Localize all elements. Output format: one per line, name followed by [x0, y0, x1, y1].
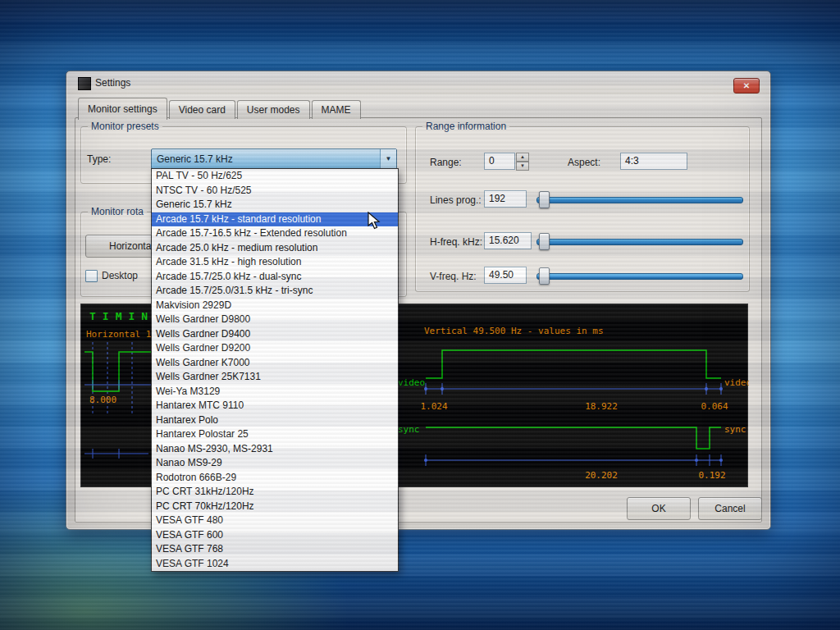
v-freq-label: V-freq. Hz: [430, 271, 477, 282]
range-spinner-down[interactable]: ▼ [516, 162, 529, 171]
close-button[interactable]: ✕ [733, 78, 760, 94]
monitor-presets-group-label: Monitor presets [88, 121, 162, 132]
aspect-input[interactable]: 4:3 [620, 153, 687, 170]
dropdown-option[interactable]: PAL TV - 50 Hz/625 [152, 169, 398, 184]
close-icon: ✕ [743, 82, 750, 90]
ok-button[interactable]: OK [627, 497, 691, 520]
type-label: Type: [87, 153, 111, 165]
h-freq-slider-track [536, 239, 743, 245]
dropdown-option[interactable]: Arcade 15.7 kHz - standard resolution [152, 212, 398, 227]
dropdown-option[interactable]: VESA GTF 480 [152, 514, 398, 528]
dropdown-option[interactable]: Wells Gardner 25K7131 [152, 370, 398, 385]
video-interval-1: 1.024 [420, 401, 447, 412]
dropdown-option[interactable]: VESA GTF 1024 [152, 557, 398, 572]
dropdown-option[interactable]: Arcade 15.7/25.0 kHz - dual-sync [152, 270, 398, 285]
dropdown-option[interactable]: Wells Gardner K7000 [152, 356, 398, 371]
tab-video-card[interactable]: Video card [169, 100, 235, 119]
dropdown-option[interactable]: Hantarex Polostar 25 [152, 427, 398, 442]
range-spinner-up[interactable]: ▲ [516, 153, 529, 162]
dropdown-option[interactable]: Arcade 15.7-16.5 kHz - Extended resoluti… [152, 226, 398, 241]
desktop: Settings ✕ Monitor settingsVideo cardUse… [0, 0, 840, 630]
v-freq-input[interactable]: 49.50 [484, 267, 527, 284]
range-spinner: ▲ ▼ [516, 153, 529, 170]
titlebar[interactable]: Settings ✕ [67, 72, 769, 94]
tab-monitor-settings[interactable]: Monitor settings [78, 98, 167, 120]
dropdown-option[interactable]: Nanao MS-2930, MS-2931 [152, 442, 398, 457]
dropdown-option[interactable]: Makvision 2929D [152, 299, 398, 313]
mouse-cursor-icon [368, 212, 386, 231]
video-interval-3: 0.064 [701, 401, 728, 412]
dropdown-option[interactable]: Hantarex MTC 9110 [152, 399, 398, 413]
range-information-group-label: Range information [422, 121, 509, 132]
dropdown-option[interactable]: Wells Gardner D9800 [152, 313, 398, 327]
dropdown-option[interactable]: Wells Gardner D9200 [152, 341, 398, 356]
video-label-right: video [724, 377, 749, 388]
dropdown-option[interactable]: VESA GTF 600 [152, 528, 398, 543]
video-interval-2: 18.922 [585, 401, 618, 412]
range-input[interactable]: 0 [484, 153, 515, 170]
v-freq-slider-track [536, 273, 743, 280]
dropdown-option[interactable]: Wei-Ya M3129 [152, 385, 398, 399]
h-freq-slider[interactable] [536, 233, 743, 249]
horizontal-timing-value: 8.000 [89, 395, 116, 405]
dropdown-option[interactable]: Generic 15.7 kHz [152, 198, 398, 212]
vertical-timing-title: Vertical 49.500 Hz - values in ms [424, 326, 604, 336]
chevron-down-icon: ▼ [386, 155, 392, 162]
dropdown-option[interactable]: VESA GTF 768 [152, 542, 398, 557]
dropdown-option[interactable]: Arcade 31.5 kHz - high resolution [152, 255, 398, 270]
lines-prog-slider-thumb[interactable] [539, 191, 550, 208]
dropdown-option[interactable]: Wells Gardner D9400 [152, 327, 398, 342]
type-combobox-value: Generic 15.7 kHz [152, 153, 380, 165]
window-title: Settings [95, 77, 130, 89]
monitor-rotation-group-label: Monitor rota [88, 206, 147, 217]
lines-prog-label: Lines prog.: [430, 194, 482, 206]
h-freq-slider-thumb[interactable] [539, 233, 550, 250]
dropdown-option[interactable]: Hantarex Polo [152, 413, 398, 428]
h-freq-label: H-freq. kHz: [430, 236, 482, 248]
sync-label-right: sync [724, 424, 746, 435]
cancel-button[interactable]: Cancel [698, 497, 762, 520]
lines-prog-slider-track [536, 197, 743, 203]
h-freq-input[interactable]: 15.620 [484, 232, 532, 249]
sync-label-left: sync [398, 424, 420, 435]
sync-interval-2: 0.192 [698, 470, 725, 481]
sync-interval-1: 20.202 [585, 470, 618, 481]
tab-strip: Monitor settingsVideo cardUser modesMAME [78, 98, 363, 119]
tab-user-modes[interactable]: User modes [237, 100, 310, 119]
vertical-timing-waveform: video video 1.024 18.922 0.064 sync sync… [396, 340, 749, 482]
desktop-checkbox[interactable] [85, 270, 98, 282]
dropdown-option[interactable]: Rodotron 666B-29 [152, 471, 398, 486]
v-freq-slider[interactable] [536, 267, 743, 283]
app-icon [78, 77, 91, 90]
type-dropdown-list: PAL TV - 50 Hz/625NTSC TV - 60 Hz/525Gen… [151, 168, 399, 572]
dropdown-option[interactable]: Arcade 25.0 kHz - medium resolution [152, 241, 398, 256]
dropdown-option[interactable]: PC CRT 31kHz/120Hz [152, 485, 398, 500]
dropdown-option[interactable]: Nanao MS9-29 [152, 456, 398, 471]
dropdown-option[interactable]: NTSC TV - 60 Hz/525 [152, 184, 398, 199]
aspect-label: Aspect: [568, 157, 600, 168]
desktop-checkbox-label: Desktop [102, 270, 138, 281]
lines-prog-slider[interactable] [536, 191, 743, 207]
v-freq-slider-thumb[interactable] [539, 267, 550, 285]
video-label-left: video [398, 377, 425, 388]
lines-prog-input[interactable]: 192 [484, 190, 527, 208]
type-combobox[interactable]: Generic 15.7 kHz ▼ [151, 148, 397, 169]
combobox-dropdown-button[interactable]: ▼ [380, 149, 396, 168]
dropdown-option[interactable]: PC CRT 70kHz/120Hz [152, 500, 398, 514]
range-label: Range: [430, 157, 462, 168]
tab-mame[interactable]: MAME [312, 100, 361, 119]
dropdown-option[interactable]: Arcade 15.7/25.0/31.5 kHz - tri-sync [152, 284, 398, 299]
